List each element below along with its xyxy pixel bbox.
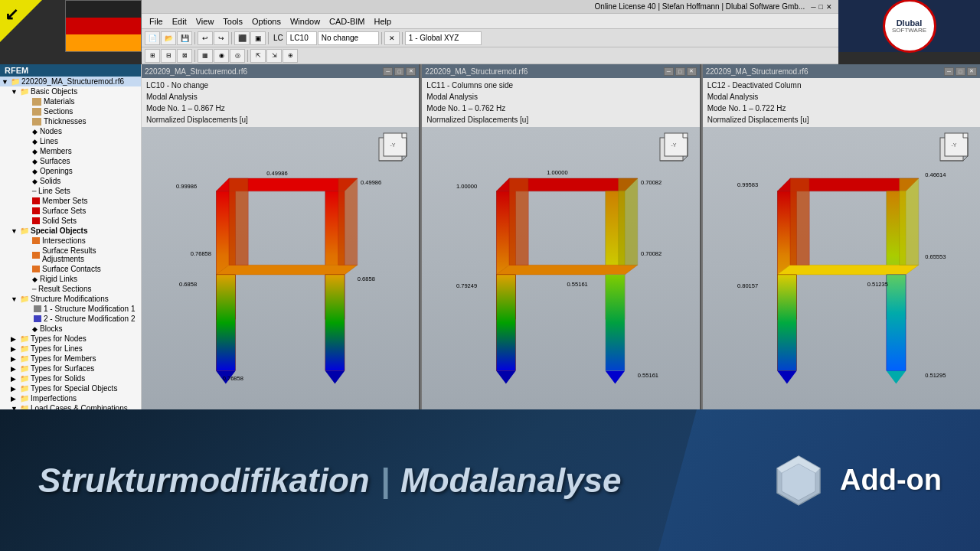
svg-text:0.6858: 0.6858 bbox=[358, 276, 375, 282]
menu-view[interactable]: View bbox=[191, 17, 219, 26]
svg-text:0.76858: 0.76858 bbox=[223, 375, 243, 382]
arrow-icon: ↙ bbox=[0, 0, 42, 42]
svg-marker-11 bbox=[216, 265, 358, 275]
lc-label: LC bbox=[271, 34, 286, 42]
tb-save[interactable]: 💾 bbox=[177, 31, 192, 45]
tb-x[interactable]: ✕ bbox=[384, 31, 400, 45]
tree-struct-mod-2[interactable]: 2 - Structure Modification 2 bbox=[0, 314, 141, 324]
vp1-minimize[interactable]: ─ bbox=[383, 67, 393, 76]
change-dropdown[interactable]: No change bbox=[318, 31, 379, 45]
coord-dropdown[interactable]: 1 - Global XYZ bbox=[405, 31, 482, 45]
tree-rigid-links[interactable]: ◆ Rigid Links bbox=[0, 274, 141, 284]
vp2-maximize[interactable]: □ bbox=[675, 67, 685, 76]
vp2-filename: 220209_MA_Structuremod.rf6 bbox=[425, 67, 528, 76]
menu-file[interactable]: File bbox=[145, 17, 168, 26]
svg-rect-37 bbox=[497, 275, 516, 371]
vp2-structure: 1.00000 0.70082 1.00000 0.70082 0.79249 … bbox=[422, 127, 699, 409]
tree-types-members[interactable]: ▶ 📁 Types for Members bbox=[0, 354, 141, 364]
tree-struct-mod-1[interactable]: 1 - Structure Modification 1 bbox=[0, 304, 141, 314]
tree-surface-sets[interactable]: Surface Sets bbox=[0, 206, 141, 216]
tree-types-nodes[interactable]: ▶ 📁 Types for Nodes bbox=[0, 334, 141, 344]
tb2-1[interactable]: ⊞ bbox=[145, 49, 160, 63]
menu-tools[interactable]: Tools bbox=[218, 17, 247, 26]
svg-marker-17 bbox=[325, 371, 345, 384]
vp1-close[interactable]: ✕ bbox=[406, 67, 416, 76]
tb2-8[interactable]: ⇲ bbox=[266, 49, 282, 63]
menubar: File Edit View Tools Options Window CAD-… bbox=[142, 14, 838, 29]
viewport-2: 220209_MA_Structuremod.rf6 ─ □ ✕ LC11 - … bbox=[422, 64, 701, 409]
tree-surface-results-adj[interactable]: Surface Results Adjustments bbox=[0, 246, 141, 264]
tree-types-surfaces[interactable]: ▶ 📁 Types for Surfaces bbox=[0, 364, 141, 373]
tb2-9[interactable]: ⊕ bbox=[283, 49, 298, 63]
menu-cadbim[interactable]: CAD-BIM bbox=[325, 17, 369, 26]
svg-marker-15 bbox=[338, 178, 358, 265]
tree-result-sections[interactable]: ━ Result Sections bbox=[0, 284, 141, 294]
lc-dropdown[interactable]: LC10 bbox=[286, 31, 317, 45]
tree-lines[interactable]: ◆ Lines bbox=[0, 136, 141, 146]
svg-text:0.49986: 0.49986 bbox=[266, 170, 287, 177]
vp1-maximize[interactable]: □ bbox=[394, 67, 404, 76]
tree-surfaces[interactable]: ◆ Surfaces bbox=[0, 156, 141, 166]
tb2-6[interactable]: ◎ bbox=[230, 49, 245, 63]
tb2-4[interactable]: ▦ bbox=[198, 49, 213, 63]
vp3-minimize[interactable]: ─ bbox=[944, 67, 954, 76]
addon-label: Add-on bbox=[840, 464, 942, 497]
tree-blocks[interactable]: ◆ Blocks bbox=[0, 324, 141, 334]
tb-render2[interactable]: ▣ bbox=[250, 31, 266, 45]
tb-undo[interactable]: ↩ bbox=[198, 31, 213, 45]
tree-types-solids[interactable]: ▶ 📁 Types for Solids bbox=[0, 373, 141, 383]
tb2-2[interactable]: ⊟ bbox=[161, 49, 176, 63]
vp3-maximize[interactable]: □ bbox=[956, 67, 965, 76]
vp2-minimize[interactable]: ─ bbox=[664, 67, 674, 76]
tree-structure-mods[interactable]: ▼ 📁 Structure Modifications bbox=[0, 294, 141, 304]
tree-line-sets[interactable]: ━ Line Sets bbox=[0, 186, 141, 196]
tree-surface-contacts[interactable]: Surface Contacts bbox=[0, 264, 141, 274]
tree-project[interactable]: ▼ 📁 220209_MA_Structuremod.rf6 bbox=[0, 77, 141, 86]
menu-help[interactable]: Help bbox=[370, 17, 397, 26]
vp3-structure: 0.46614 0.99583 0.65553 0.80157 0.51295 … bbox=[703, 127, 980, 409]
tree-special-objects[interactable]: ▼ 📁 Special Objects bbox=[0, 226, 141, 236]
tb-open[interactable]: 📂 bbox=[161, 31, 176, 45]
tree-basic-objects[interactable]: ▼ 📁 Basic Objects bbox=[0, 86, 141, 96]
menu-edit[interactable]: Edit bbox=[168, 17, 191, 26]
tb-render[interactable]: ⬛ bbox=[234, 31, 250, 45]
tree-openings[interactable]: ◆ Openings bbox=[0, 166, 141, 176]
tree-thicknesses[interactable]: Thicknesses bbox=[0, 116, 141, 126]
tb2-7[interactable]: ⇱ bbox=[250, 49, 266, 63]
tree-types-lines[interactable]: ▶ 📁 Types for Lines bbox=[0, 344, 141, 354]
vp3-close[interactable]: ✕ bbox=[967, 67, 977, 76]
tree-imperfections[interactable]: ▶ 📁 Imperfections bbox=[0, 393, 141, 403]
tree-members[interactable]: ◆ Members bbox=[0, 146, 141, 156]
menu-window[interactable]: Window bbox=[286, 17, 325, 26]
vp3-canvas: -Y bbox=[703, 127, 980, 409]
svg-text:0.46614: 0.46614 bbox=[925, 171, 946, 178]
tree-solids[interactable]: ◆ Solids bbox=[0, 176, 141, 186]
tree-intersections[interactable]: Intersections bbox=[0, 236, 141, 246]
vp2-canvas: -Y bbox=[422, 127, 699, 409]
viewport-3: 220209_MA_Structuremod.rf6 ─ □ ✕ LC12 - … bbox=[703, 64, 980, 409]
promo-separator: | bbox=[381, 461, 390, 500]
tb-new[interactable]: 📄 bbox=[145, 31, 160, 45]
svg-rect-62 bbox=[777, 275, 796, 371]
tree-materials[interactable]: Materials bbox=[0, 96, 141, 106]
vp1-canvas: -Y bbox=[142, 127, 419, 409]
tree-load-cases-combo[interactable]: ▼ 📁 Load Cases & Combinations bbox=[0, 403, 141, 409]
tree-solid-sets[interactable]: Solid Sets bbox=[0, 216, 141, 226]
menu-options[interactable]: Options bbox=[247, 17, 286, 26]
tb2-5[interactable]: ◉ bbox=[214, 49, 229, 63]
tree-member-sets[interactable]: Member Sets bbox=[0, 196, 141, 206]
vp3-info: LC12 - Deactivated Column Modal Analysis… bbox=[703, 78, 980, 127]
svg-text:0.99583: 0.99583 bbox=[737, 181, 758, 188]
tree-sections[interactable]: Sections bbox=[0, 106, 141, 116]
tree-types-special[interactable]: ▶ 📁 Types for Special Objects bbox=[0, 383, 141, 393]
svg-text:0.55161: 0.55161 bbox=[567, 281, 588, 288]
svg-marker-61 bbox=[777, 265, 919, 275]
svg-rect-63 bbox=[887, 275, 906, 371]
tb2-3[interactable]: ⊠ bbox=[177, 49, 192, 63]
tb-redo[interactable]: ↪ bbox=[214, 31, 229, 45]
viewport-1: 220209_MA_Structuremod.rf6 ─ □ ✕ LC10 - … bbox=[142, 64, 420, 409]
online-license-text: Online License 40 | Stefan Hoffmann | Dl… bbox=[595, 2, 805, 11]
vp2-close[interactable]: ✕ bbox=[687, 67, 697, 76]
tree-nodes[interactable]: ◆ Nodes bbox=[0, 126, 141, 136]
vp3-filename: 220209_MA_Structuremod.rf6 bbox=[706, 67, 808, 76]
